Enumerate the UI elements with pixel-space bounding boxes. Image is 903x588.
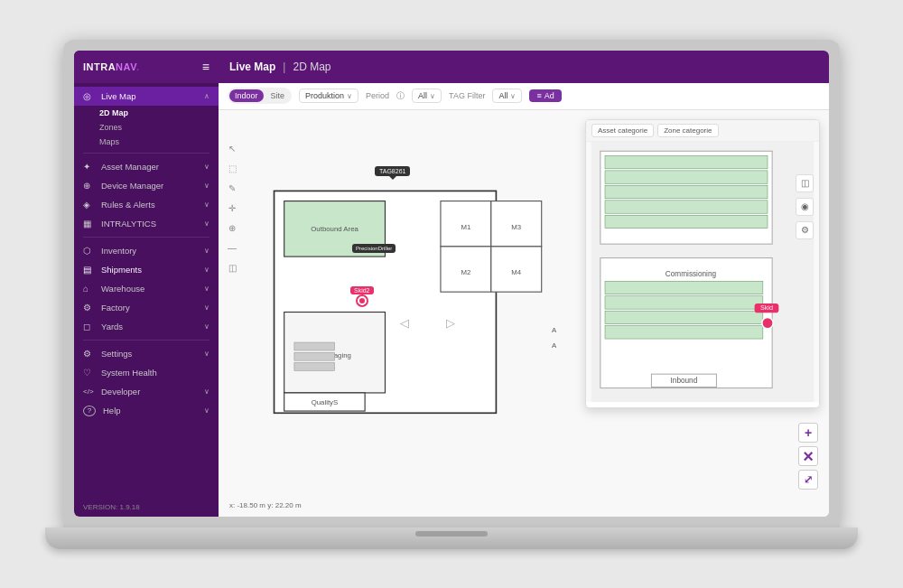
laptop-body: INTRANAV. ≡ ◎ Live Map ∧	[63, 40, 840, 527]
sidebar-label-live-map: Live Map	[101, 91, 204, 101]
crosshair-tool[interactable]: ✛	[224, 201, 240, 217]
svg-text:A: A	[552, 341, 557, 349]
developer-arrow: ∨	[204, 387, 209, 396]
svg-rect-33	[605, 325, 763, 338]
logo-text: INTRANAV.	[83, 61, 140, 72]
sidebar-item-intralytics[interactable]: ▦ INTRALYTICS ∨	[74, 214, 219, 233]
laptop-base	[45, 527, 858, 549]
period-label: Period	[366, 91, 389, 100]
live-map-arrow: ∧	[204, 92, 209, 100]
svg-rect-28	[605, 215, 768, 228]
inventory-arrow: ∨	[204, 247, 209, 255]
svg-text:Skid: Skid	[760, 303, 773, 312]
secondary-map-panel: Asset categorie Zone categorie	[585, 119, 820, 408]
period-arrow-icon: ∨	[430, 92, 435, 100]
sidebar-item-settings[interactable]: ⚙ Settings ∨	[74, 344, 219, 363]
asset-manager-arrow: ∨	[204, 163, 209, 171]
precision-driller-text: PrecisionDriller	[352, 244, 396, 253]
indoor-site-toggle[interactable]: Indoor Site	[228, 88, 292, 104]
intralytics-arrow: ∨	[204, 219, 209, 228]
rules-alerts-label: Rules & Alerts	[101, 200, 204, 210]
sidebar-item-inventory[interactable]: ⬡ Inventory ∨	[74, 241, 219, 260]
intralytics-label: INTRALYTICS	[101, 219, 204, 229]
top-bar-title: Live Map	[229, 61, 275, 73]
sidebar-item-2d-map[interactable]: 2D Map	[74, 106, 219, 120]
sidebar: INTRANAV. ≡ ◎ Live Map ∧	[74, 51, 219, 517]
help-arrow: ∨	[204, 406, 209, 415]
settings-icon-btn[interactable]: ⚙	[796, 221, 814, 239]
map-area[interactable]: ↖ ⬚ ✎ ✛ ⊕ — ◫	[219, 110, 829, 517]
divider-1	[83, 153, 209, 154]
floor-plan: Outbound Area Packaging QualityS	[244, 128, 587, 435]
device-manager-arrow: ∨	[204, 182, 209, 190]
tag8261-text: TAG8261	[375, 166, 410, 176]
inventory-label: Inventory	[101, 246, 204, 256]
zoom-in-button[interactable]: +	[798, 423, 818, 443]
cursor-tool[interactable]: ↖	[224, 141, 240, 157]
sidebar-item-yards[interactable]: ◻ Yards ∨	[74, 317, 219, 336]
yards-label: Yards	[101, 322, 204, 331]
toggle-site[interactable]: Site	[265, 89, 291, 102]
select-tool[interactable]: ⬚	[224, 161, 240, 177]
yards-arrow: ∨	[204, 322, 209, 331]
device-manager-label: Device Manager	[101, 181, 204, 191]
svg-text:◁: ◁	[400, 316, 409, 330]
filter-bar: Indoor Site Produktion ∨ Period ⓘ All	[219, 83, 829, 110]
tag-filter-dropdown[interactable]: All ∨	[492, 89, 522, 103]
zone-categorie-tab[interactable]: Zone categorie	[657, 124, 718, 137]
shipments-icon: ▤	[83, 265, 96, 275]
layer-tool[interactable]: ◫	[224, 260, 240, 276]
system-health-icon: ♡	[83, 368, 96, 378]
intralytics-icon: ▦	[83, 219, 96, 229]
ruler-tool[interactable]: —	[224, 240, 240, 257]
edit-tool[interactable]: ✎	[224, 181, 240, 197]
hamburger-icon[interactable]: ≡	[202, 60, 209, 74]
sidebar-nav: ◎ Live Map ∧ 2D Map Zones Maps	[74, 83, 219, 498]
developer-label: Developer	[101, 387, 204, 397]
toggle-indoor[interactable]: Indoor	[229, 89, 264, 102]
svg-text:Commissioning: Commissioning	[666, 270, 717, 278]
shipments-label: Shipments	[101, 265, 204, 275]
svg-text:Outbound Area: Outbound Area	[311, 225, 358, 233]
sidebar-item-rules-alerts[interactable]: ◈ Rules & Alerts ∨	[74, 195, 219, 214]
eye-icon-btn[interactable]: ◉	[796, 198, 814, 216]
skid2-dot	[358, 296, 367, 305]
help-label: Help	[103, 406, 204, 415]
svg-rect-15	[294, 342, 335, 350]
sidebar-item-asset-manager[interactable]: ✦ Asset Manager ∨	[74, 157, 219, 176]
2d-map-label: 2D Map	[99, 108, 128, 117]
warehouse-arrow: ∨	[204, 285, 209, 293]
expand-button[interactable]: ⤢	[798, 470, 818, 490]
sidebar-item-system-health[interactable]: ♡ System Health	[74, 363, 219, 382]
sidebar-item-maps[interactable]: Maps	[74, 135, 219, 149]
precision-driller-label: PrecisionDriller	[352, 244, 396, 253]
top-bar: Live Map | 2D Map	[219, 51, 829, 83]
main-content: Live Map | 2D Map Indoor Site Produkti	[219, 51, 829, 517]
svg-rect-32	[605, 311, 763, 323]
sidebar-item-warehouse[interactable]: ⌂ Warehouse ∨	[74, 279, 219, 298]
svg-text:M2: M2	[461, 268, 470, 276]
asset-categorie-tab[interactable]: Asset categorie	[591, 124, 654, 137]
sidebar-item-zones[interactable]: Zones	[74, 120, 219, 135]
sidebar-item-live-map[interactable]: ◎ Live Map ∧	[74, 87, 219, 106]
sidebar-item-help[interactable]: ? Help ∨	[74, 401, 219, 421]
inventory-icon: ⬡	[83, 246, 96, 256]
sidebar-item-developer[interactable]: </> Developer ∨	[74, 382, 219, 401]
layers-icon-btn[interactable]: ◫	[796, 174, 814, 192]
produktion-dropdown[interactable]: Produktion ∨	[299, 89, 358, 103]
tag-tool[interactable]: ⊕	[224, 220, 240, 237]
coordinates: x: -18.50 m y: 22.20 m	[229, 501, 302, 509]
sidebar-item-device-manager[interactable]: ⊕ Device Manager ∨	[74, 176, 219, 195]
adjust-button[interactable]: ≡ Ad	[529, 89, 561, 102]
top-bar-subtitle: 2D Map	[293, 61, 330, 73]
zoom-out-button[interactable]: ×	[798, 446, 818, 466]
svg-rect-24	[605, 155, 768, 168]
live-map-icon: ◎	[83, 91, 96, 101]
sidebar-item-factory[interactable]: ⚙ Factory ∨	[74, 298, 219, 317]
svg-text:M3: M3	[511, 222, 521, 230]
svg-rect-17	[294, 362, 335, 370]
settings-label: Settings	[101, 349, 204, 359]
sidebar-item-shipments[interactable]: ▤ Shipments ∨	[74, 260, 219, 279]
svg-text:QualityS: QualityS	[312, 398, 339, 406]
period-dropdown[interactable]: All ∨	[412, 89, 442, 103]
